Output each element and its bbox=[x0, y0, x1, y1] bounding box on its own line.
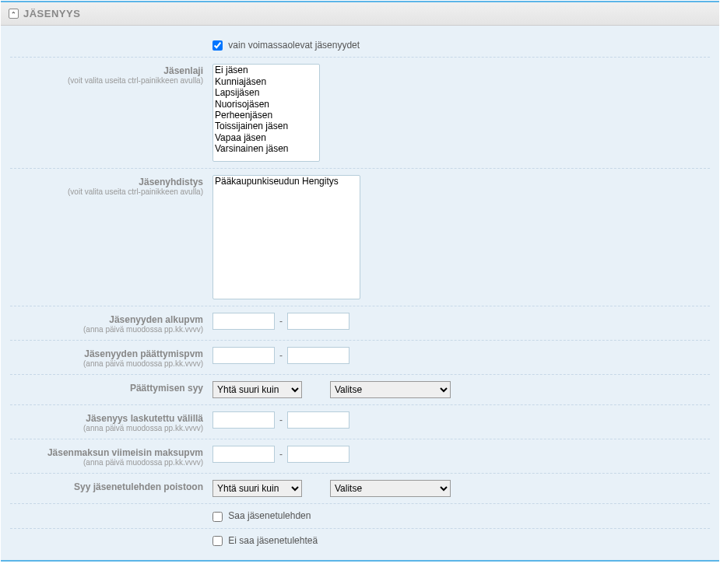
paattymisen-syy-label: Päättymisen syy bbox=[10, 383, 203, 394]
paattymispvm-label: Jäsenyyden päättymispvm bbox=[10, 348, 203, 359]
laskutettu-sublabel: (anna päivä muodossa pp.kk.vvvv) bbox=[10, 424, 203, 432]
collapse-icon[interactable] bbox=[9, 9, 19, 19]
jasenlaji-listbox[interactable]: Ei jäsenKunniajäsenLapsijäsenNuorisojäse… bbox=[212, 64, 320, 162]
row-poisto-syy: Syy jäsenetulehden poistoon Yhtä suuri k… bbox=[10, 474, 710, 504]
row-paattymisen-syy: Päättymisen syy Yhtä suuri kuin Valitse bbox=[10, 375, 710, 405]
dash-separator: - bbox=[279, 415, 283, 425]
poisto-syy-operator[interactable]: Yhtä suuri kuin bbox=[212, 480, 302, 497]
paattymispvm-sublabel: (anna päivä muodossa pp.kk.vvvv) bbox=[10, 359, 203, 368]
alkupvm-sublabel: (anna päivä muodossa pp.kk.vvvv) bbox=[10, 325, 203, 334]
poisto-syy-label: Syy jäsenetulehden poistoon bbox=[10, 481, 203, 492]
ei-saa-wrapper[interactable]: Ei saa jäsenetulehteä bbox=[212, 535, 318, 546]
maksupvm-from-input[interactable] bbox=[212, 446, 275, 463]
saa-checkbox[interactable] bbox=[212, 512, 223, 522]
jasenyhdistys-label: Jäsenyhdistys bbox=[10, 177, 203, 187]
valid-only-wrapper[interactable]: vain voimassaolevat jäsenyydet bbox=[212, 40, 360, 51]
ei-saa-label: Ei saa jäsenetulehteä bbox=[228, 535, 318, 546]
row-alkupvm: Jäsenyyden alkupvm (anna päivä muodossa … bbox=[10, 306, 710, 341]
poisto-syy-value[interactable]: Valitse bbox=[330, 480, 451, 497]
laskutettu-from-input[interactable] bbox=[212, 411, 275, 429]
paattymisen-syy-value[interactable]: Valitse bbox=[330, 381, 451, 398]
saa-wrapper[interactable]: Saa jäsenetulehden bbox=[212, 510, 311, 521]
ei-saa-checkbox[interactable] bbox=[212, 536, 223, 546]
alkupvm-to-input[interactable] bbox=[287, 313, 349, 330]
row-maksupvm: Jäsenmaksun viimeisin maksupvm (anna päi… bbox=[10, 439, 710, 474]
jasenyhdistys-listbox[interactable]: Pääkaupunkiseudun Hengitys bbox=[212, 175, 360, 299]
laskutettu-label: Jäsenyys laskutettu välillä bbox=[10, 413, 203, 424]
valid-only-checkbox[interactable] bbox=[212, 40, 223, 51]
dash-separator: - bbox=[279, 316, 283, 327]
laskutettu-to-input[interactable] bbox=[287, 411, 349, 429]
panel-header: JÄSENYYS bbox=[1, 2, 719, 26]
paattymispvm-from-input[interactable] bbox=[212, 347, 275, 364]
row-jasenyhdistys: Jäsenyhdistys (voit valita useita ctrl-p… bbox=[10, 169, 710, 306]
jasenyhdistys-sublabel: (voit valita useita ctrl-painikkeen avul… bbox=[10, 187, 203, 196]
saa-label: Saa jäsenetulehden bbox=[228, 510, 311, 521]
dash-separator: - bbox=[279, 449, 283, 460]
alkupvm-label: Jäsenyyden alkupvm bbox=[10, 314, 203, 325]
maksupvm-sublabel: (anna päivä muodossa pp.kk.vvvv) bbox=[10, 458, 203, 467]
row-saa: Saa jäsenetulehden bbox=[10, 504, 710, 528]
row-valid-only: vain voimassaolevat jäsenyydet bbox=[10, 33, 710, 58]
panel-title: JÄSENYYS bbox=[23, 8, 80, 19]
membership-panel: JÄSENYYS vain voimassaolevat jäsenyydet … bbox=[1, 1, 719, 562]
row-jasenlaji: Jäsenlaji (voit valita useita ctrl-paini… bbox=[10, 58, 710, 169]
jasenlaji-sublabel: (voit valita useita ctrl-painikkeen avul… bbox=[10, 76, 203, 85]
maksupvm-to-input[interactable] bbox=[287, 446, 349, 463]
jasenlaji-label: Jäsenlaji bbox=[10, 65, 203, 76]
alkupvm-from-input[interactable] bbox=[212, 313, 275, 330]
paattymispvm-to-input[interactable] bbox=[287, 347, 349, 364]
dash-separator: - bbox=[279, 350, 283, 361]
paattymisen-syy-operator[interactable]: Yhtä suuri kuin bbox=[212, 381, 302, 398]
row-laskutettu: Jäsenyys laskutettu välillä (anna päivä … bbox=[10, 405, 710, 439]
panel-body: vain voimassaolevat jäsenyydet Jäsenlaji… bbox=[1, 26, 719, 560]
row-paattymispvm: Jäsenyyden päättymispvm (anna päivä muod… bbox=[10, 341, 710, 375]
valid-only-label: vain voimassaolevat jäsenyydet bbox=[228, 40, 360, 51]
row-ei-saa: Ei saa jäsenetulehteä bbox=[10, 529, 710, 552]
maksupvm-label: Jäsenmaksun viimeisin maksupvm bbox=[10, 447, 203, 458]
